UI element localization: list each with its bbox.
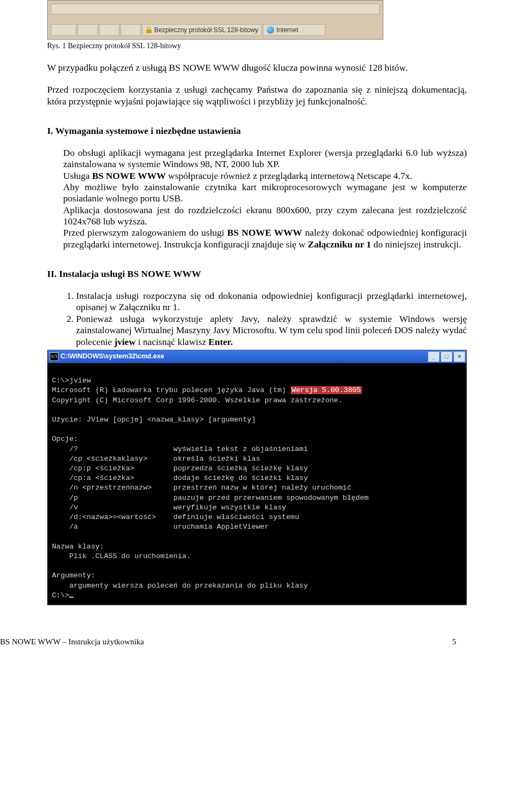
list-item: Ponieważ usługa wykorzystuje aplety Javy… [76, 313, 467, 348]
list-item: Instalacja usługi rozpoczyna się od doko… [76, 290, 467, 313]
figure-caption: Rys. 1 Bezpieczny protokół SSL 128-bitow… [47, 42, 467, 50]
intro-para-1: W przypadku połączeń z usługą BS NOWE WW… [47, 62, 467, 73]
lock-icon [146, 27, 152, 33]
maximize-button[interactable]: □ [441, 351, 452, 362]
cmd-icon: c:\ [50, 352, 58, 361]
cmd-output: C:\>jview Microsoft (R) Ładowarka trybu … [48, 363, 466, 605]
section-2-heading: II. Instalacja usługi BS NOWE WWW [47, 268, 467, 280]
intro-para-2: Przed rozpoczęciem korzystania z usługi … [47, 84, 467, 107]
statusbar-screenshot: Bezpieczny protokół SSL 128-bitowy Inter… [47, 0, 383, 40]
footer-left: BS NOWE WWW – Instrukcja użytkownika [0, 637, 144, 646]
cmd-title: C:\WINDOWS\system32\cmd.exe [61, 352, 164, 361]
zone-label: Internet [276, 26, 298, 34]
minimize-button[interactable]: _ [428, 351, 440, 362]
cmd-window-screenshot: c:\ C:\WINDOWS\system32\cmd.exe _ □ × C:… [47, 350, 467, 605]
footer-page-number: 5 [452, 637, 457, 646]
page-footer: BS NOWE WWW – Instrukcja użytkownika 5 [0, 627, 514, 659]
install-list: Instalacja usługi rozpoczyna się od doko… [47, 290, 467, 348]
ssl-status-label: Bezpieczny protokół SSL 128-bitowy [154, 26, 258, 34]
cmd-titlebar: c:\ C:\WINDOWS\system32\cmd.exe _ □ × [48, 350, 466, 363]
section-1-body: Do obsługi aplikacji wymagana jest przeg… [63, 147, 467, 250]
close-button[interactable]: × [453, 351, 465, 362]
section-1-heading: I. Wymagania systemowe i niezbędne ustaw… [47, 125, 467, 137]
globe-icon [267, 26, 274, 34]
